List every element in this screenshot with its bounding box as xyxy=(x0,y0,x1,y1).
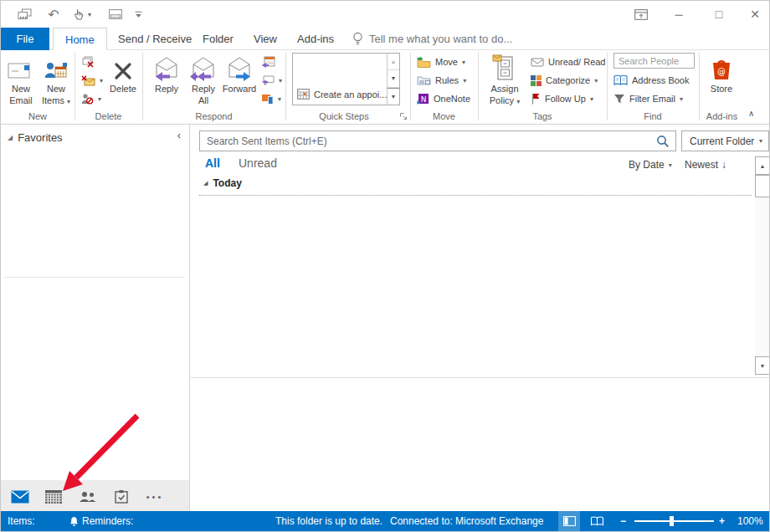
nav-more-button[interactable]: ••• xyxy=(140,480,170,513)
reminders-bell-icon xyxy=(69,511,79,531)
follow-up-button[interactable]: Follow Up ▾ xyxy=(531,90,593,107)
store-label: Store xyxy=(711,84,732,95)
group-separator xyxy=(199,195,752,196)
group-header-today[interactable]: ◢ Today xyxy=(203,177,242,189)
zoom-out-button[interactable]: − xyxy=(620,511,626,531)
tasks-icon xyxy=(115,490,128,504)
reply-button[interactable]: Reply xyxy=(150,52,183,95)
follow-up-flag-icon xyxy=(531,93,541,105)
collapse-ribbon-button[interactable]: ∧ xyxy=(748,109,754,118)
group-label-tags: Tags xyxy=(478,111,607,121)
reply-icon xyxy=(151,52,182,84)
quick-step-create-appointment[interactable]: Create an appoi... xyxy=(297,89,387,100)
touch-mode-dropdown-icon[interactable]: ▾ xyxy=(85,6,94,23)
scrollbar-thumb[interactable] xyxy=(755,175,770,197)
new-items-button[interactable]: New Items ▾ xyxy=(38,52,74,107)
ignore-button[interactable] xyxy=(81,54,95,70)
gallery-scroll-down[interactable]: ▼ xyxy=(388,70,399,87)
reading-view-button[interactable] xyxy=(586,511,608,531)
gallery-more[interactable]: ▼ xyxy=(388,88,399,105)
tab-file[interactable]: File xyxy=(1,28,49,50)
junk-icon xyxy=(81,93,94,105)
new-email-button[interactable]: New Email xyxy=(5,52,37,107)
assign-policy-button[interactable]: Assign Policy ▾ xyxy=(484,52,526,107)
delete-icon xyxy=(112,52,134,84)
reply-all-button[interactable]: Reply All xyxy=(186,52,221,107)
sort-order-label: Newest xyxy=(685,159,718,171)
unread-read-button[interactable]: Unread/ Read xyxy=(531,54,606,70)
zoom-slider-track[interactable] xyxy=(634,520,714,522)
filter-unread-tab[interactable]: Unread xyxy=(239,156,277,170)
minimize-folder-pane-button[interactable]: ‹ xyxy=(177,129,181,141)
new-email-label: New Email xyxy=(5,84,37,107)
search-people-input[interactable] xyxy=(614,54,694,68)
search-icon[interactable] xyxy=(650,135,675,148)
touch-mouse-mode-icon[interactable] xyxy=(71,6,85,23)
send-receive-folders-icon[interactable] xyxy=(16,6,33,23)
tab-home[interactable]: Home xyxy=(53,28,107,50)
main-area: ◢ Favorites ‹ ••• xyxy=(1,125,769,513)
more-respond-icon xyxy=(261,94,274,105)
forward-button[interactable]: Forward xyxy=(220,52,259,95)
reading-pane-icon[interactable] xyxy=(108,6,123,23)
move-button[interactable]: Move ▾ xyxy=(417,54,465,70)
search-scope-dropdown[interactable]: Current Folder ▾ xyxy=(681,130,769,151)
items-count: Items: xyxy=(8,511,35,531)
nav-tasks-button[interactable] xyxy=(110,480,132,513)
junk-button[interactable]: ▾ xyxy=(81,90,101,107)
tab-add-ins[interactable]: Add-ins xyxy=(285,28,346,49)
favorites-header[interactable]: ◢ Favorites xyxy=(8,131,63,144)
folder-status: This folder is up to date. xyxy=(275,511,382,531)
forward-label: Forward xyxy=(223,84,256,95)
quick-steps-dialog-launcher[interactable] xyxy=(399,112,408,120)
tell-me-box[interactable]: Tell me what you want to do... xyxy=(352,28,512,49)
dropdown-icon: ▾ xyxy=(680,95,683,103)
tab-send-receive[interactable]: Send / Receive xyxy=(106,28,203,49)
filter-all-tab[interactable]: All xyxy=(205,156,220,170)
scroll-up-button[interactable]: ▲ xyxy=(755,156,770,175)
sort-by-label: By Date xyxy=(629,159,665,171)
reply-with-im-button[interactable]: ▾ xyxy=(261,72,282,89)
sort-by-dropdown[interactable]: By Date ▾ xyxy=(629,159,672,171)
maximize-button[interactable]: □ xyxy=(705,3,733,25)
minimize-button[interactable]: ─ xyxy=(665,3,693,25)
meeting-button[interactable] xyxy=(261,54,275,70)
nav-mail-button[interactable] xyxy=(9,480,31,513)
zoom-in-button[interactable]: + xyxy=(719,511,725,531)
forward-icon xyxy=(224,52,254,84)
filter-icon xyxy=(613,94,625,105)
dropdown-icon: ▾ xyxy=(463,77,466,84)
scroll-down-button[interactable]: ▼ xyxy=(755,356,770,375)
gallery-scroll-up[interactable]: ▲ xyxy=(388,54,399,70)
ribbon-display-options-button[interactable] xyxy=(627,3,655,25)
group-label-quick-steps: Quick Steps xyxy=(285,111,403,121)
address-book-button[interactable]: Address Book xyxy=(613,72,689,89)
normal-view-button[interactable] xyxy=(558,511,580,531)
onenote-button[interactable]: N OneNote xyxy=(417,90,470,107)
address-book-label: Address Book xyxy=(632,75,689,85)
undo-icon[interactable]: ↶ xyxy=(46,6,61,23)
ignore-icon xyxy=(81,56,95,68)
store-button[interactable]: @ Store xyxy=(702,52,741,95)
nav-calendar-button[interactable] xyxy=(43,480,64,513)
calendar-icon xyxy=(297,89,310,100)
search-input[interactable] xyxy=(200,136,650,147)
zoom-slider-thumb[interactable] xyxy=(670,516,674,526)
delete-button[interactable]: Delete xyxy=(105,52,141,95)
more-respond-actions-button[interactable]: ▾ xyxy=(261,90,281,107)
close-button[interactable]: ✕ xyxy=(741,3,769,25)
filter-email-button[interactable]: Filter Email ▾ xyxy=(613,90,683,107)
customize-qat-icon[interactable] xyxy=(133,6,143,23)
clean-up-button[interactable]: ▾ xyxy=(81,72,103,89)
move-label: Move xyxy=(435,57,458,67)
categorize-button[interactable]: Categorize ▾ xyxy=(531,72,598,89)
tab-view[interactable]: View xyxy=(242,28,289,49)
svg-text:@: @ xyxy=(717,67,726,76)
zoom-level[interactable]: 100% xyxy=(737,511,763,531)
sort-order-button[interactable]: Newest ↓ xyxy=(685,159,726,171)
nav-people-button[interactable] xyxy=(77,480,99,513)
gallery-scrollbar: ▲ ▼ ▼ xyxy=(387,54,399,105)
unread-read-icon xyxy=(531,57,544,67)
rules-button[interactable]: Rules ▾ xyxy=(417,72,466,89)
tab-folder[interactable]: Folder xyxy=(191,28,245,49)
